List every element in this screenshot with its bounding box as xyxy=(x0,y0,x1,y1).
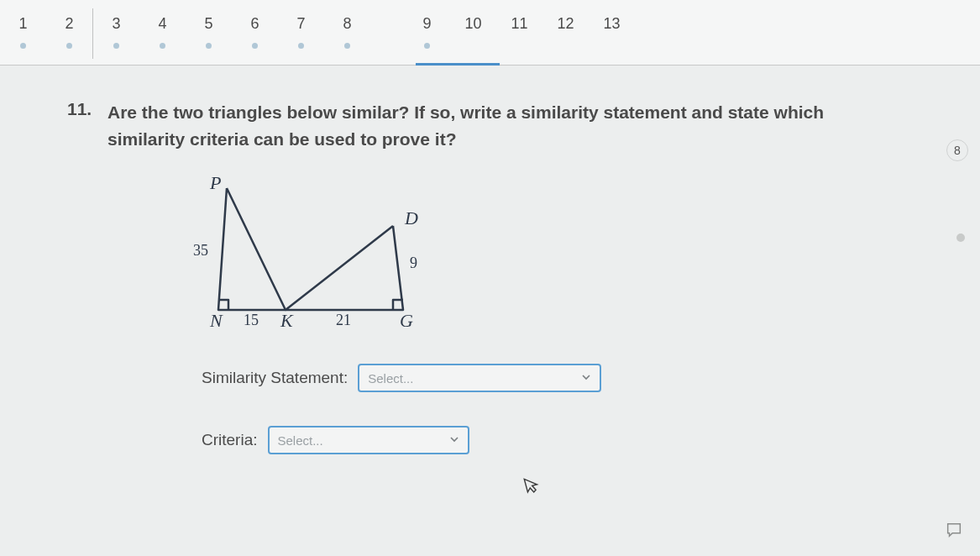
question-number: 11. xyxy=(67,99,107,152)
nav-num: 4 xyxy=(158,15,166,32)
dot-icon xyxy=(160,43,165,49)
nav-num: 11 xyxy=(511,15,527,32)
nav-num: 1 xyxy=(18,15,27,32)
similarity-label: Similarity Statement: xyxy=(202,369,348,387)
nav-num: 13 xyxy=(603,15,620,32)
nav-item-11[interactable]: 11 xyxy=(496,15,542,33)
chevron-down-icon xyxy=(581,370,591,386)
nav-item-13[interactable]: 13 xyxy=(589,15,635,33)
chevron-down-icon xyxy=(449,433,459,448)
nav-item-9[interactable]: 9 xyxy=(404,15,450,49)
nav-item-8[interactable]: 8 xyxy=(324,15,370,49)
vertex-D: D xyxy=(404,207,418,228)
nav-num: 7 xyxy=(296,15,305,32)
chat-icon[interactable] xyxy=(945,521,963,543)
len-NK: 15 xyxy=(244,312,259,327)
nav-item-5[interactable]: 5 xyxy=(186,15,232,49)
criteria-select[interactable]: Select... xyxy=(268,426,469,454)
question-nav: 1 2 3 4 5 6 7 8 9 10 11 12 13 xyxy=(0,0,980,66)
nav-item-7[interactable]: 7 xyxy=(278,15,324,49)
nav-num: 3 xyxy=(112,15,120,32)
vertex-P: P xyxy=(209,176,221,193)
points-badge: 8 xyxy=(946,139,968,161)
dot-icon xyxy=(20,43,26,49)
nav-item-12[interactable]: 12 xyxy=(542,15,589,33)
nav-item-1[interactable]: 1 xyxy=(0,15,46,49)
len-KG: 21 xyxy=(336,312,351,327)
dot-icon xyxy=(206,43,212,49)
len-DG: 9 xyxy=(410,254,417,271)
dot-icon xyxy=(344,43,350,49)
vertex-N: N xyxy=(209,310,223,327)
vertex-G: G xyxy=(400,310,413,327)
nav-item-2[interactable]: 2 xyxy=(46,15,92,49)
dot-icon xyxy=(298,43,304,49)
nav-num: 10 xyxy=(464,15,481,32)
dot-icon xyxy=(424,43,430,49)
dot-icon xyxy=(113,43,119,49)
points-value: 8 xyxy=(954,144,961,157)
nav-item-6[interactable]: 6 xyxy=(232,15,278,49)
nav-num: 9 xyxy=(422,15,431,32)
criteria-label: Criteria: xyxy=(202,431,258,449)
dot-icon xyxy=(66,43,72,49)
triangles-figure: P D N K G 35 15 21 9 xyxy=(185,176,921,330)
dot-icon xyxy=(252,43,258,49)
nav-item-4[interactable]: 4 xyxy=(139,15,186,49)
question-content: 8 11. Are the two triangles below simila… xyxy=(0,66,980,556)
cursor-icon xyxy=(522,474,544,500)
nav-num: 8 xyxy=(343,15,351,32)
side-dot-icon xyxy=(956,233,965,242)
similarity-statement-row: Similarity Statement: Select... xyxy=(202,364,921,392)
nav-item-3[interactable]: 3 xyxy=(93,15,139,49)
criteria-placeholder: Select... xyxy=(278,433,443,448)
criteria-row: Criteria: Select... xyxy=(202,426,921,454)
nav-num: 5 xyxy=(204,15,212,32)
similarity-placeholder: Select... xyxy=(368,371,574,386)
nav-item-10[interactable]: 10 xyxy=(450,15,496,33)
nav-num: 12 xyxy=(557,15,574,32)
len-PN: 35 xyxy=(193,242,208,259)
similarity-select[interactable]: Select... xyxy=(358,364,601,392)
nav-num: 6 xyxy=(250,15,259,32)
vertex-K: K xyxy=(280,310,294,327)
question-text: Are the two triangles below similar? If … xyxy=(107,99,863,152)
nav-num: 2 xyxy=(65,15,73,32)
